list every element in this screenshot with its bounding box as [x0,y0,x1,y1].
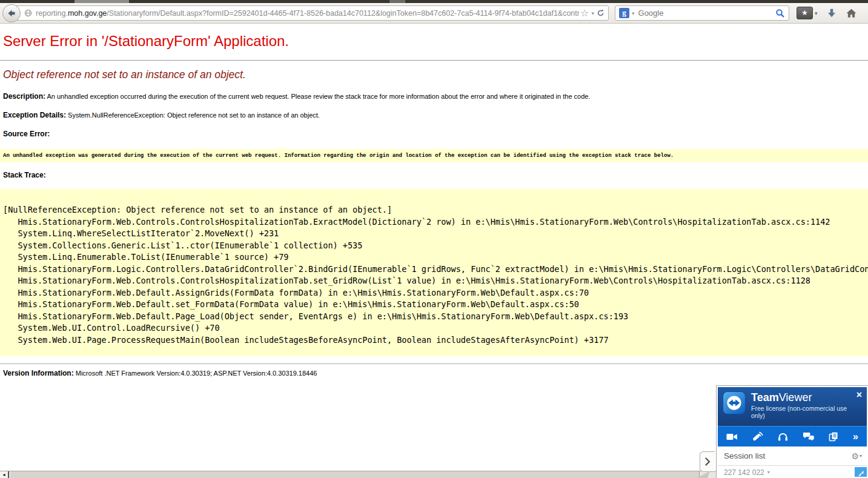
divider-bottom [0,363,868,364]
url-text[interactable]: reporting.moh.gov.ge/Stationaryform/Defa… [36,9,579,18]
scrollbar-thumb[interactable] [10,471,700,478]
teamviewer-title: TeamViewer [751,391,848,403]
url-bar[interactable]: reporting.moh.gov.ge/Stationaryform/Defa… [12,5,609,21]
teamviewer-title-rest: Viewer [779,391,812,403]
bookmarks-menu-button[interactable]: ★ [797,7,813,19]
teamviewer-header: TeamViewer Free license (non-commercial … [718,387,867,426]
session-id-row[interactable]: 227 142 022 ▾ [718,465,867,478]
exception-paragraph: Exception Details: System.NullReferenceE… [3,111,868,119]
exception-label: Exception Details: [3,111,66,119]
version-paragraph: Version Information: Microsoft .NET Fram… [3,369,868,377]
teamviewer-title-bold: Team [751,391,779,403]
teamviewer-license: Free license (non-commercial use only) [751,405,848,419]
more-tools-icon[interactable]: » [853,432,858,442]
teamviewer-logo-icon [723,391,746,414]
url-path: /Stationaryform/Default.aspx?formID=2592… [107,9,579,18]
file-transfer-icon[interactable] [829,432,838,442]
chat-icon[interactable] [803,432,814,441]
search-engine-caret-icon[interactable]: ▾ [632,10,635,16]
source-error-box: An unhandled exception was generated dur… [0,149,868,162]
teamviewer-titlebox: TeamViewer Free license (non-commercial … [751,391,848,426]
phone-call-icon[interactable] [752,431,763,442]
chevron-right-icon [704,457,711,466]
teamviewer-toolbar: » [718,426,867,446]
description-paragraph: Description: An unhandled exception occu… [3,92,868,101]
url-dropdown-caret-icon[interactable]: ▾ [591,10,594,16]
stack-trace-label: Stack Trace: [3,171,868,179]
teamviewer-collapse-tab[interactable] [700,451,715,472]
bookmarks-caret-icon[interactable]: ▾ [815,10,818,16]
scroll-left-arrow-icon: ◄ [2,473,6,477]
gear-caret-icon[interactable]: ▾ [860,453,862,459]
url-domain: moh.gov.ge [68,9,107,18]
description-text: An unhandled exception occurred during t… [47,93,590,100]
stack-trace-pre: [NullReferenceException: Object referenc… [0,189,868,356]
google-engine-icon[interactable]: g [619,8,629,18]
error-subtitle: Object reference not set to an instance … [3,67,868,82]
globe-icon [24,8,32,18]
teamviewer-panel: TeamViewer Free license (non-commercial … [717,386,868,478]
session-id-caret-icon[interactable]: ▾ [767,470,770,475]
session-list-label: Session list [724,451,851,460]
session-id: 227 142 022 [724,468,764,477]
bookmark-star-icon[interactable]: ☆ [580,8,589,18]
search-bar[interactable]: g ▾ [615,5,789,21]
downloads-icon[interactable] [826,8,837,19]
description-label: Description: [3,92,45,101]
session-list-row: Session list ⚙ ▾ [718,446,867,465]
arrow-left-icon [7,8,16,18]
close-icon[interactable]: × [856,391,862,399]
back-button[interactable] [2,4,21,22]
browser-navbar: reporting.moh.gov.ge/Stationaryform/Defa… [0,3,868,24]
url-subdomain: reporting. [36,9,68,18]
stack-trace-box: [NullReferenceException: Object referenc… [0,189,868,356]
divider-top [0,60,868,61]
reload-icon[interactable] [597,8,605,18]
exception-text: System.NullReferenceException: Object re… [68,111,320,119]
home-icon[interactable] [846,8,857,19]
video-call-icon[interactable] [726,433,738,441]
source-error-label: Source Error: [3,130,868,138]
connect-button[interactable] [855,467,867,478]
bookmarks-star-icon: ★ [801,8,808,17]
gear-icon[interactable]: ⚙ [851,451,859,461]
connect-arrow-icon [857,470,864,477]
headset-icon[interactable] [778,432,788,442]
source-error-text: An unhandled exception was generated dur… [3,153,674,159]
search-icon[interactable] [775,8,785,18]
search-input[interactable] [637,8,775,18]
toolbar-buttons: ★ ▾ [797,7,857,19]
version-label: Version Information: [3,369,74,377]
scroll-left-button[interactable]: ◄ [0,471,9,478]
error-title: Server Error in '/StationaryForm' Applic… [3,32,868,50]
version-text: Microsoft .NET Framework Version:4.0.303… [76,370,317,377]
